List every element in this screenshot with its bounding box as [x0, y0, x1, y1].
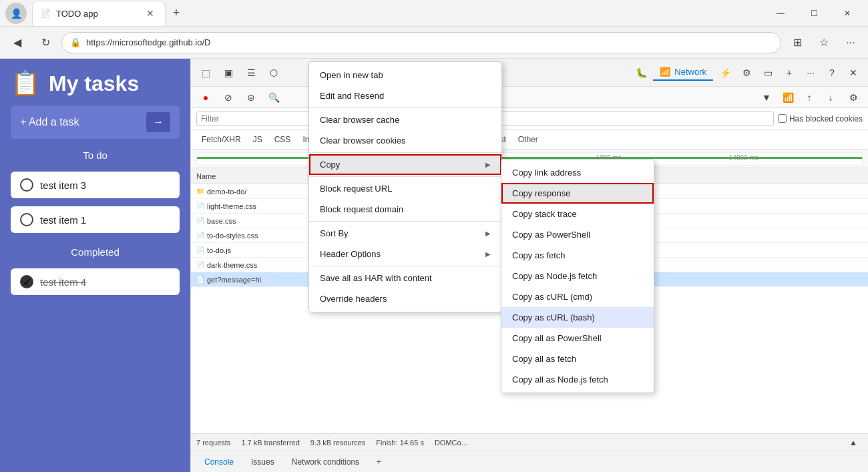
- help-button[interactable]: ?: [823, 63, 841, 82]
- copy-as-powershell[interactable]: Copy as PowerShell: [501, 224, 654, 245]
- resources-size: 9.3 kB resources: [310, 439, 366, 447]
- filter-toggle-button[interactable]: ⊜: [242, 88, 260, 107]
- record-button[interactable]: ●: [196, 88, 215, 107]
- favorites-button[interactable]: ☆: [812, 31, 836, 55]
- ctx-separator-5: [309, 266, 501, 266]
- copy-all-as-fetch[interactable]: Copy all as fetch: [501, 348, 654, 369]
- ctx-separator-3: [309, 176, 501, 177]
- inspect-element-button[interactable]: ⬚: [196, 63, 215, 82]
- task-item-4[interactable]: ✓ test item 4: [11, 268, 180, 295]
- subtab-js[interactable]: JS: [248, 134, 268, 146]
- blocked-cookies-filter[interactable]: Has blocked cookies: [778, 114, 863, 124]
- bottom-tabs: Console Issues Network conditions +: [191, 451, 868, 472]
- reload-button[interactable]: ↻: [33, 31, 57, 55]
- nav-extras: ⊞ ☆ ···: [785, 31, 863, 55]
- add-task-button[interactable]: + Add a task →: [11, 105, 180, 139]
- timeline-label-14000: 14000 ms: [729, 154, 758, 162]
- devtools-more-button[interactable]: ···: [801, 63, 820, 82]
- address-text: https://microsoftedge.github.io/D: [86, 37, 210, 47]
- nav-bar: ◀ ↻ 🔒 https://microsoftedge.github.io/D …: [0, 27, 868, 59]
- ctx-sort-by[interactable]: Sort By ▶: [309, 223, 501, 244]
- upload-button[interactable]: ↑: [800, 88, 819, 107]
- copy-as-curl-bash[interactable]: Copy as cURL (bash): [501, 307, 654, 328]
- subtabs-row: Fetch/XHR JS CSS Img Media Font Doc WS W…: [191, 130, 868, 150]
- title-bar: 👤 📄 TODO app ✕ + — ☐ ✕: [0, 0, 868, 27]
- copy-stack-trace[interactable]: Copy stack trace: [501, 204, 654, 224]
- blocked-cookies-checkbox[interactable]: [778, 114, 787, 123]
- download-button[interactable]: ↓: [821, 88, 840, 107]
- ctx-copy[interactable]: Copy ▶: [309, 154, 501, 175]
- minimize-button[interactable]: —: [765, 3, 796, 24]
- settings-cog-button[interactable]: ⚙: [737, 63, 756, 82]
- address-bar[interactable]: 🔒 https://microsoftedge.github.io/D: [61, 32, 781, 53]
- subtab-fetch-xhr[interactable]: Fetch/XHR: [196, 134, 246, 146]
- tab-favicon: 📄: [41, 9, 51, 18]
- add-tab-button[interactable]: +: [369, 455, 389, 469]
- extensions-button[interactable]: ⊞: [785, 31, 809, 55]
- console-tab[interactable]: Console: [196, 455, 242, 469]
- network-conditions-tab[interactable]: Network conditions: [284, 455, 367, 469]
- copy-as-fetch[interactable]: Copy as fetch: [501, 245, 654, 266]
- close-button[interactable]: ✕: [832, 3, 863, 24]
- subtab-css[interactable]: CSS: [269, 134, 296, 146]
- back-button[interactable]: ◀: [5, 31, 29, 55]
- scroll-up-button[interactable]: ▲: [844, 433, 863, 452]
- js-icon: 📄: [196, 246, 207, 254]
- search-button[interactable]: 🔍: [264, 88, 283, 107]
- ctx-clear-cookies[interactable]: Clear browser cookies: [309, 130, 501, 151]
- task-item-3[interactable]: test item 3: [11, 172, 180, 198]
- copy-as-nodejs-fetch[interactable]: Copy as Node.js fetch: [501, 266, 654, 286]
- domco: DOMCo...: [435, 439, 467, 447]
- copy-all-as-powershell[interactable]: Copy all as PowerShell: [501, 328, 654, 348]
- active-tab[interactable]: 📄 TODO app ✕: [32, 1, 166, 26]
- down-arrow-button[interactable]: ▼: [757, 88, 776, 107]
- filter-row: Has blocked cookies: [191, 108, 868, 130]
- lock-icon: 🔒: [70, 37, 81, 47]
- subtab-other[interactable]: Other: [513, 134, 544, 146]
- ctx-save-har[interactable]: Save all as HAR with content: [309, 268, 501, 288]
- finish-time: Finish: 14.65 s: [376, 439, 424, 447]
- add-task-arrow-icon: →: [146, 112, 170, 132]
- task-checkbox-1[interactable]: [20, 213, 33, 226]
- todo-title: My tasks: [49, 71, 139, 96]
- issues-tab[interactable]: Issues: [243, 455, 282, 469]
- blocked-cookies-label: Has blocked cookies: [789, 114, 863, 124]
- ctx-header-options[interactable]: Header Options ▶: [309, 244, 501, 264]
- copy-all-as-nodejs-fetch[interactable]: Copy all as Node.js fetch: [501, 369, 654, 390]
- css-icon: 📄: [196, 232, 207, 239]
- css-icon: 📄: [196, 261, 207, 268]
- ctx-clear-cache[interactable]: Clear browser cache: [309, 109, 501, 130]
- close-devtools-button[interactable]: ⬡: [264, 63, 283, 82]
- wifi-filter-button[interactable]: 📶: [779, 88, 797, 107]
- bug-icon-button[interactable]: 🐛: [632, 63, 650, 82]
- new-tab-button[interactable]: +: [166, 3, 187, 24]
- network-tab[interactable]: 📶 Network: [653, 64, 713, 81]
- todo-icon: 📋: [11, 69, 41, 97]
- ctx-block-url[interactable]: Block request URL: [309, 178, 501, 199]
- device-toolbar-button[interactable]: ▣: [219, 63, 238, 82]
- ctx-separator-2: [309, 152, 501, 153]
- more-tools-button[interactable]: +: [780, 63, 799, 82]
- copy-link-address[interactable]: Copy link address: [501, 162, 654, 183]
- copy-response[interactable]: Copy response: [501, 183, 654, 204]
- panel-button[interactable]: ☰: [242, 63, 260, 82]
- clear-button[interactable]: ⊘: [219, 88, 238, 107]
- maximize-button[interactable]: ☐: [799, 3, 829, 24]
- ctx-block-domain[interactable]: Block request domain: [309, 199, 501, 220]
- task-item-1[interactable]: test item 1: [11, 206, 180, 233]
- ctx-edit-resend[interactable]: Edit and Resend: [309, 85, 501, 106]
- task-checkbox-3[interactable]: [20, 178, 33, 192]
- more-button[interactable]: ···: [839, 31, 863, 55]
- ctx-override-headers[interactable]: Override headers: [309, 288, 501, 309]
- sidebar-button[interactable]: ▭: [758, 63, 777, 82]
- status-bar: 7 requests 1.7 kB transferred 9.3 kB res…: [191, 433, 868, 451]
- network-settings-button[interactable]: ⚙: [844, 88, 863, 107]
- task-checkbox-4[interactable]: ✓: [20, 275, 33, 288]
- tab-bar: 📄 TODO app ✕ +: [32, 1, 760, 26]
- copy-as-curl-cmd[interactable]: Copy as cURL (cmd): [501, 286, 654, 307]
- performance-button[interactable]: ⚡: [716, 63, 734, 82]
- ctx-open-new-tab[interactable]: Open in new tab: [309, 65, 501, 85]
- profile-avatar[interactable]: 👤: [5, 3, 27, 24]
- tab-close-button[interactable]: ✕: [144, 7, 157, 20]
- close-panel-button[interactable]: ✕: [844, 63, 863, 82]
